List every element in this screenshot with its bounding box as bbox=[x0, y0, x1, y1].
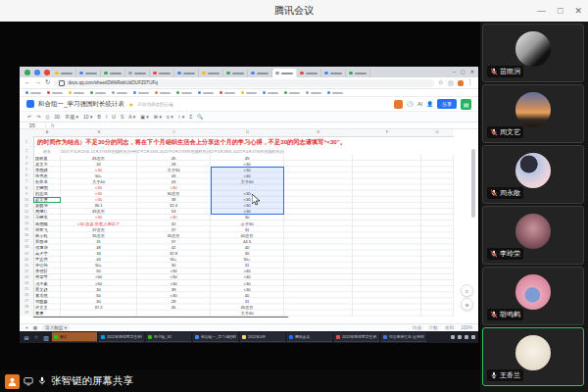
toolbar-item[interactable]: Σ bbox=[189, 114, 192, 120]
column-letter[interactable]: F bbox=[386, 129, 389, 134]
extensions-icon[interactable] bbox=[448, 80, 454, 86]
locate-float-button[interactable]: ⊕ bbox=[461, 298, 473, 311]
browser-tab[interactable] bbox=[248, 69, 272, 77]
participant-tile[interactable]: 苗雨润 bbox=[482, 24, 584, 82]
cell[interactable]: 黄睿 bbox=[33, 310, 61, 316]
bookmark-item[interactable] bbox=[155, 91, 171, 94]
taskbar-app[interactable]: 2022年4月 bbox=[240, 332, 285, 342]
history-icon[interactable]: 🕒 bbox=[407, 101, 414, 107]
browser-tab[interactable] bbox=[101, 69, 125, 77]
header-name[interactable]: 姓名 bbox=[33, 148, 61, 155]
toolbar-item[interactable]: ⌧ bbox=[54, 114, 60, 120]
back-icon[interactable]: ← bbox=[24, 79, 31, 86]
spreadsheet-grid[interactable]: ABCDEFG 12345678910111213141516171819202… bbox=[20, 129, 478, 323]
participant-tile-speaking[interactable]: 王香兰 bbox=[482, 327, 584, 386]
taskbar-app[interactable]: 腾讯会议 bbox=[287, 332, 332, 342]
minimize-button[interactable]: — bbox=[537, 6, 546, 16]
share-button[interactable]: 分享 bbox=[437, 99, 457, 109]
bookmark-item[interactable] bbox=[176, 91, 192, 94]
browser-window-control[interactable]: ▢ bbox=[461, 69, 466, 74]
header-period-2[interactable]: 2022年2月14日-2022年2月27日的在线时长(分钟) bbox=[137, 148, 211, 155]
participant-tile[interactable]: 周文艺 bbox=[482, 84, 584, 143]
docs-grid-icon[interactable] bbox=[26, 100, 34, 108]
browser-menu-icon[interactable]: ⋮ bbox=[467, 79, 474, 86]
bookmark-item[interactable] bbox=[198, 91, 214, 94]
zoom-level[interactable]: 100% bbox=[461, 325, 472, 330]
bookmark-item[interactable] bbox=[133, 91, 149, 94]
toolbar-item[interactable]: ↕ ▾ bbox=[178, 114, 184, 120]
pinned-tab[interactable] bbox=[44, 70, 50, 75]
bookmark-item[interactable] bbox=[69, 91, 84, 94]
profile-avatar[interactable] bbox=[458, 80, 464, 86]
column-letter[interactable]: B bbox=[98, 129, 101, 134]
cell[interactable] bbox=[284, 310, 353, 316]
taskbar-app[interactable]: 和合组一_学习强国时.. bbox=[193, 332, 238, 342]
header-period-3[interactable]: 2022年3月28日-2022年4月27日的在线时长(分钟) bbox=[211, 148, 284, 155]
tencent-docs-icon[interactable]: ▤ bbox=[461, 99, 471, 110]
address-input[interactable]: docs.qq.com/sheet/DWkRwbUdOUFZ0TUFq bbox=[54, 79, 433, 87]
browser-tab[interactable] bbox=[297, 69, 321, 77]
participant-tile[interactable]: 李玲荣 bbox=[482, 206, 584, 265]
taskbar-app[interactable]: 微信 bbox=[52, 332, 97, 342]
bookmark-item[interactable] bbox=[241, 91, 257, 94]
column-letter[interactable]: D bbox=[246, 129, 249, 134]
participant-tile[interactable]: 胡鸣鹤 bbox=[482, 267, 584, 325]
toolbar-item[interactable]: ⎙ bbox=[45, 114, 49, 121]
browser-window-control[interactable]: – bbox=[453, 69, 456, 74]
user-avatar[interactable] bbox=[394, 100, 403, 109]
bookmark-item[interactable] bbox=[112, 91, 127, 94]
browser-tab[interactable] bbox=[272, 69, 297, 77]
bookmark-item[interactable] bbox=[47, 91, 63, 94]
cell[interactable] bbox=[61, 310, 137, 316]
vertical-scrollbar[interactable] bbox=[471, 149, 475, 218]
toolbar-item[interactable]: 10 ▾ bbox=[83, 114, 92, 120]
browser-tab[interactable] bbox=[321, 69, 346, 77]
maximize-button[interactable]: □ bbox=[558, 6, 563, 16]
browser-tab[interactable] bbox=[174, 69, 199, 77]
bookmark-item[interactable] bbox=[306, 91, 321, 94]
participant-tile[interactable]: 周永敞 bbox=[482, 145, 584, 204]
toolbar-item[interactable]: ↶ bbox=[27, 114, 31, 120]
taskbar-app[interactable]: 电小组_S1 bbox=[146, 332, 191, 342]
toolbar-item[interactable]: 🔍 bbox=[197, 114, 203, 120]
bookmark-item[interactable] bbox=[327, 91, 343, 94]
comment-float-button[interactable]: ≡ bbox=[461, 284, 473, 297]
sheet-list-icon[interactable]: ▦ bbox=[33, 325, 37, 330]
pinned-tab[interactable] bbox=[24, 70, 30, 75]
taskbar-app[interactable]: 综合测评汇总·证明材料 bbox=[381, 332, 426, 342]
add-sheet-button[interactable]: + bbox=[25, 325, 28, 330]
cell[interactable] bbox=[421, 310, 454, 316]
toolbar-item[interactable]: ⊞ ▾ bbox=[154, 114, 162, 120]
bookmark-item[interactable] bbox=[263, 91, 278, 94]
column-letter[interactable]: A bbox=[46, 129, 49, 134]
close-button[interactable]: ✕ bbox=[574, 6, 582, 16]
column-letter[interactable]: G bbox=[435, 129, 438, 134]
column-letter[interactable]: E bbox=[318, 129, 320, 134]
task-view-icon[interactable]: ▥ bbox=[42, 333, 50, 341]
toolbar-item[interactable]: U bbox=[112, 114, 116, 120]
bookmark-item[interactable] bbox=[220, 91, 235, 94]
browser-tab[interactable] bbox=[223, 69, 248, 77]
add-member-icon[interactable]: 👤 bbox=[426, 101, 433, 107]
browser-tab[interactable] bbox=[125, 69, 150, 77]
start-button[interactable]: ⊞ bbox=[23, 333, 30, 341]
column-headers[interactable]: ABCDEFG bbox=[20, 129, 454, 137]
pinned-tab[interactable] bbox=[34, 70, 40, 75]
browser-tab[interactable] bbox=[76, 69, 101, 77]
toolbar-item[interactable]: I bbox=[106, 114, 107, 120]
browser-tab[interactable] bbox=[199, 69, 223, 77]
forward-icon[interactable]: → bbox=[35, 79, 42, 86]
toolbar-item[interactable]: ≡ ▾ bbox=[167, 114, 173, 120]
browser-window-control[interactable]: ✕ bbox=[470, 69, 474, 74]
bookmark-item[interactable] bbox=[284, 91, 300, 94]
toolbar-item[interactable]: A ▾ bbox=[128, 114, 135, 120]
toolbar-item[interactable]: ▣ ▾ bbox=[140, 114, 149, 120]
star-icon[interactable]: ★ bbox=[128, 101, 133, 108]
toolbar-item[interactable]: B bbox=[98, 114, 101, 120]
bookmark-item[interactable] bbox=[90, 91, 106, 94]
browser-tab[interactable] bbox=[346, 69, 370, 77]
taskbar-app[interactable]: 2022年院优秀学生申报.. bbox=[99, 332, 144, 342]
toolbar-item[interactable]: 常规 ▾ bbox=[65, 114, 78, 120]
browser-tab[interactable] bbox=[150, 69, 174, 77]
search-icon[interactable]: ○ bbox=[32, 333, 40, 341]
